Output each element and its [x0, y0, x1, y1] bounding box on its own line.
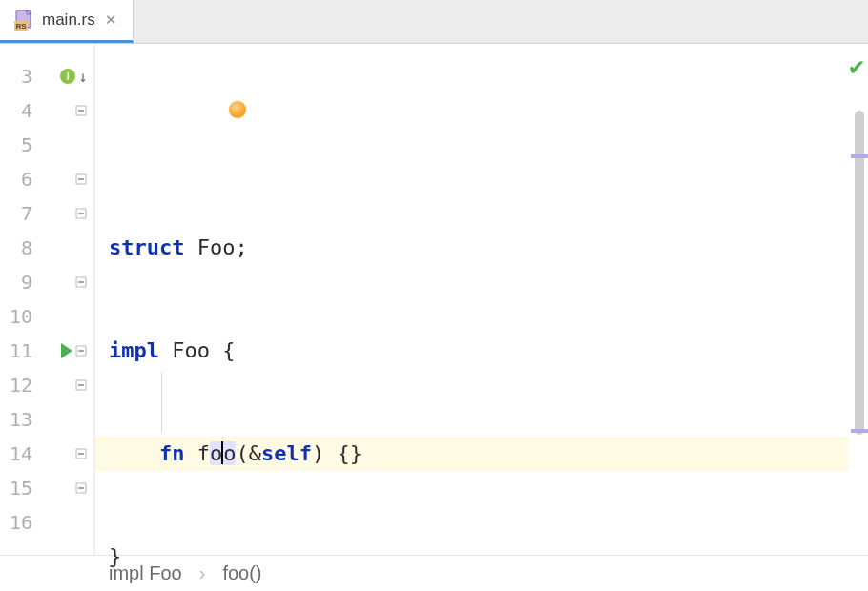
fold-toggle-icon[interactable] — [74, 378, 88, 392]
usage-marker[interactable] — [851, 429, 868, 433]
line-number: 15 — [0, 477, 32, 499]
line-number: 12 — [0, 374, 32, 397]
tab-bar: RS main.rs ✕ — [0, 0, 868, 44]
line-number: 7 — [0, 202, 32, 225]
line-number: 6 — [0, 168, 32, 191]
code-line-current[interactable]: fn foo(&self) {} — [95, 437, 868, 471]
tab-filename: main.rs — [42, 10, 95, 30]
line-number: 16 — [0, 511, 32, 534]
implements-icon[interactable]: I — [60, 69, 75, 84]
scrollbar-thumb[interactable] — [855, 111, 864, 435]
fold-toggle-icon[interactable] — [74, 104, 88, 117]
line-number: 9 — [0, 271, 32, 294]
fold-toggle-icon[interactable] — [74, 173, 88, 186]
fold-toggle-icon[interactable] — [74, 447, 88, 460]
gutter: 3 I ↓ 4 5 6 7 8 — [0, 44, 95, 555]
code-line[interactable]: impl Foo { — [95, 334, 868, 368]
tab-close-icon[interactable]: ✕ — [103, 11, 119, 29]
line-number: 8 — [0, 236, 32, 259]
goto-impl-icon[interactable]: ↓ — [78, 68, 88, 86]
analysis-ok-icon[interactable]: ✔ — [849, 51, 864, 80]
fold-toggle-icon[interactable] — [74, 481, 88, 495]
code-area[interactable]: struct Foo; impl Foo { fn foo(&self) {} … — [95, 44, 868, 555]
run-gutter-icon[interactable] — [61, 343, 72, 358]
line-number: 11 — [0, 339, 32, 362]
line-number: 13 — [0, 408, 32, 431]
code-line[interactable]: } — [95, 540, 868, 574]
fold-toggle-icon[interactable] — [74, 344, 88, 357]
line-number: 10 — [0, 305, 32, 328]
line-number: 3 — [0, 65, 32, 88]
rust-file-icon: RS — [13, 10, 34, 31]
tab-main-rs[interactable]: RS main.rs ✕ — [0, 0, 134, 43]
svg-text:RS: RS — [16, 22, 28, 31]
line-number: 14 — [0, 442, 32, 465]
line-number: 4 — [0, 99, 32, 122]
fold-toggle-icon[interactable] — [74, 275, 88, 289]
analysis-strip: ✔ — [849, 44, 868, 555]
indent-guide — [161, 372, 162, 433]
editor: 3 I ↓ 4 5 6 7 8 — [0, 44, 868, 555]
usage-marker[interactable] — [851, 154, 868, 158]
code-line[interactable]: struct Foo; — [95, 231, 868, 265]
line-number: 5 — [0, 133, 32, 156]
fold-toggle-icon[interactable] — [74, 207, 88, 220]
cursor-highlight-icon — [229, 101, 246, 118]
